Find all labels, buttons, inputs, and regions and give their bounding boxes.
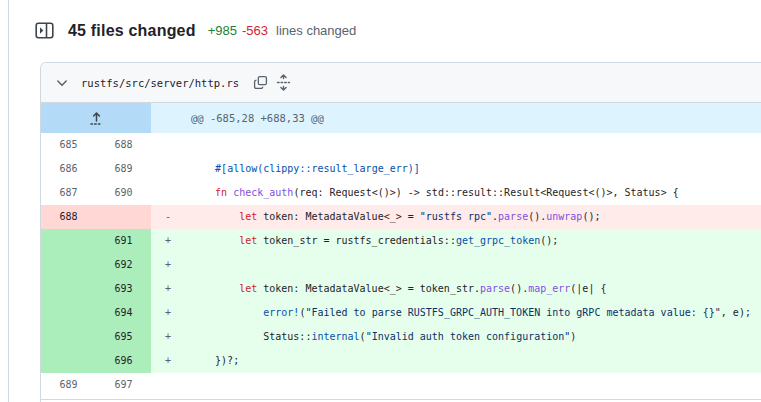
diff-row: 689697 bbox=[41, 373, 761, 397]
code-line bbox=[191, 133, 761, 157]
diff-marker bbox=[151, 181, 191, 205]
diff-marker: + bbox=[151, 277, 191, 301]
diff-marker: + bbox=[151, 301, 191, 325]
diffstat-header: 45 files changed +985 -563 lines changed bbox=[33, 20, 356, 41]
expand-up-icon bbox=[89, 110, 104, 127]
additions-count: +985 bbox=[208, 23, 237, 38]
code-line: #[allow(clippy::result_large_err)] bbox=[191, 157, 761, 181]
old-line-number[interactable] bbox=[41, 349, 96, 373]
unfold-vertical-icon bbox=[276, 74, 291, 91]
old-line-number[interactable]: 687 bbox=[41, 181, 96, 205]
files-changed-title: 45 files changed bbox=[68, 22, 196, 40]
code-line bbox=[191, 373, 761, 397]
old-line-number[interactable] bbox=[41, 229, 96, 253]
diff-marker: - bbox=[151, 205, 191, 229]
old-line-number[interactable] bbox=[41, 253, 96, 277]
diff-row: 695+ Status::internal("Invalid auth toke… bbox=[41, 325, 761, 349]
diff-row: 691+ let token_str = rustfs_credentials:… bbox=[41, 229, 761, 253]
file-tree-panel-icon bbox=[35, 22, 54, 39]
collapse-file-button[interactable] bbox=[51, 72, 73, 94]
diff-row: 694+ error!("Failed to parse RUSTFS_GRPC… bbox=[41, 301, 761, 325]
new-line-number[interactable]: 689 bbox=[96, 157, 151, 181]
file-header: rustfs/src/server/http.rs bbox=[41, 63, 761, 103]
old-line-number[interactable]: 688 bbox=[41, 205, 96, 229]
diff-row: 696+ })?; bbox=[41, 349, 761, 373]
next-section-divider bbox=[41, 399, 761, 400]
diff-row: 685688 bbox=[41, 133, 761, 157]
old-line-number[interactable] bbox=[41, 277, 96, 301]
hunk-header-row: @@ -685,28 +688,33 @@ bbox=[41, 103, 761, 133]
diff-row: 693+ let token: MetadataValue<_> = token… bbox=[41, 277, 761, 301]
deletions-count: -563 bbox=[242, 23, 268, 38]
code-line: })?; bbox=[191, 349, 761, 373]
old-line-number[interactable]: 689 bbox=[41, 373, 96, 397]
expand-hunk-button[interactable] bbox=[41, 103, 151, 133]
page-left-divider bbox=[8, 0, 9, 402]
file-path: rustfs/src/server/http.rs bbox=[81, 77, 239, 89]
file-tree-toggle-button[interactable] bbox=[33, 20, 56, 41]
new-line-number[interactable]: 694 bbox=[96, 301, 151, 325]
code-line: let token: MetadataValue<_> = token_str.… bbox=[191, 277, 761, 301]
diff-marker: + bbox=[151, 349, 191, 373]
new-line-number[interactable] bbox=[96, 205, 151, 229]
diff-row: 686689 #[allow(clippy::result_large_err)… bbox=[41, 157, 761, 181]
diff-marker bbox=[151, 133, 191, 157]
diff-marker: + bbox=[151, 253, 191, 277]
chevron-down-icon bbox=[55, 76, 69, 90]
new-line-number[interactable]: 695 bbox=[96, 325, 151, 349]
new-line-number[interactable]: 691 bbox=[96, 229, 151, 253]
old-line-number[interactable] bbox=[41, 325, 96, 349]
old-line-number[interactable] bbox=[41, 301, 96, 325]
diff-marker bbox=[151, 157, 191, 181]
code-line bbox=[191, 253, 761, 277]
code-line: Status::internal("Invalid auth token con… bbox=[191, 325, 761, 349]
lines-changed-label: lines changed bbox=[276, 23, 356, 38]
old-line-number[interactable]: 686 bbox=[41, 157, 96, 181]
diff-row: 687690 fn check_auth(req: Request<()>) -… bbox=[41, 181, 761, 205]
diff-marker: + bbox=[151, 229, 191, 253]
new-line-number[interactable]: 688 bbox=[96, 133, 151, 157]
code-line: error!("Failed to parse RUSTFS_GRPC_AUTH… bbox=[191, 301, 761, 325]
code-line: let token: MetadataValue<_> = "rustfs rp… bbox=[191, 205, 761, 229]
copy-icon bbox=[253, 75, 268, 90]
old-line-number[interactable]: 685 bbox=[41, 133, 96, 157]
diff-row: 692+ bbox=[41, 253, 761, 277]
new-line-number[interactable]: 690 bbox=[96, 181, 151, 205]
code-line: let token_str = rustfs_credentials::get_… bbox=[191, 229, 761, 253]
code-line: fn check_auth(req: Request<()>) -> std::… bbox=[191, 181, 761, 205]
new-line-number[interactable]: 697 bbox=[96, 373, 151, 397]
diff-row: 688- let token: MetadataValue<_> = "rust… bbox=[41, 205, 761, 229]
hunk-header-text: @@ -685,28 +688,33 @@ bbox=[151, 103, 761, 133]
expand-diff-button[interactable] bbox=[272, 70, 295, 95]
diff-marker: + bbox=[151, 325, 191, 349]
diff-panel: rustfs/src/server/http.rs @@ -685,28 +68… bbox=[40, 62, 761, 402]
diff-marker bbox=[151, 373, 191, 397]
copy-path-button[interactable] bbox=[249, 71, 272, 94]
new-line-number[interactable]: 693 bbox=[96, 277, 151, 301]
new-line-number[interactable]: 692 bbox=[96, 253, 151, 277]
new-line-number[interactable]: 696 bbox=[96, 349, 151, 373]
diff-rows: 685688686689 #[allow(clippy::result_larg… bbox=[41, 133, 761, 397]
